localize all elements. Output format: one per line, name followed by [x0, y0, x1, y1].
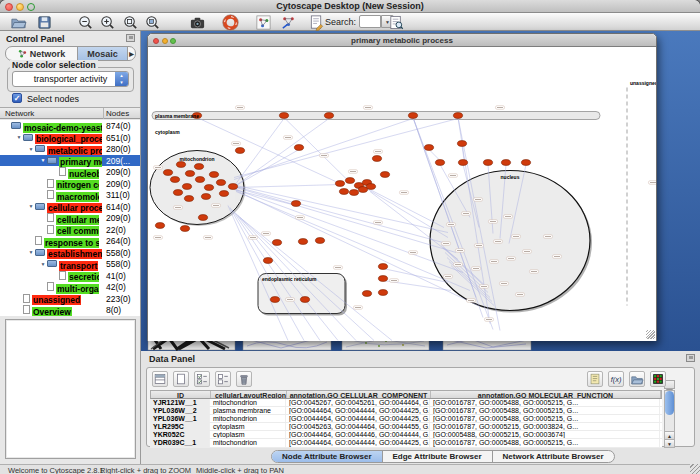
- table-row[interactable]: YDR039C__1mitochondrion[GO:0044464, GO:0…: [150, 439, 662, 447]
- network-canvas[interactable]: plasma membranecytoplasmmitochondrionnuc…: [148, 47, 656, 341]
- table-cell: [GO:0016787, GO:0005488, GO:0005215, G..…: [430, 415, 660, 422]
- network-window-title: primary metabolic process: [148, 36, 656, 45]
- table-cell: YLR295C: [150, 423, 210, 430]
- select-nodes-label: Select nodes: [27, 94, 79, 104]
- folder-icon: [23, 134, 33, 141]
- table-scrollbar[interactable]: ▲ ▼: [664, 390, 675, 448]
- tab-network-attribute-browser[interactable]: Network Attribute Browser: [493, 451, 614, 462]
- network-link-icon[interactable]: [280, 14, 297, 31]
- annotation-icon[interactable]: [308, 14, 325, 31]
- region-label: endoplasmic reticulum: [262, 276, 317, 282]
- select-nodes-checkbox[interactable]: ✓: [12, 93, 22, 103]
- formula-icon[interactable]: f(x): [608, 371, 624, 387]
- folder-icon: [35, 145, 45, 152]
- table-row[interactable]: YJR121W__1mitochondrion[GO:0045267, GO:0…: [150, 399, 662, 407]
- table-row[interactable]: YLR295Ccytoplasm[GO:0045263, GO:0044464,…: [150, 423, 662, 431]
- zoom-in-icon[interactable]: [99, 14, 116, 31]
- status-welcome: Welcome to Cytoscape 2.8.1: [8, 466, 104, 474]
- table-row[interactable]: YPL036W__1mitochondrion[GO:0044464, GO:0…: [150, 415, 662, 423]
- unselect-attributes-icon[interactable]: [215, 371, 231, 387]
- tree-row-node-count: 311(0): [106, 190, 130, 200]
- disclosure-triangle-icon[interactable]: ▼: [27, 249, 35, 255]
- tree-row-node-count: 41(0): [106, 271, 126, 281]
- scrollbar-thumb[interactable]: [665, 391, 674, 415]
- float-panel-icon[interactable]: [126, 34, 135, 42]
- file-icon: [47, 179, 54, 188]
- tab-node-attribute-browser[interactable]: Node Attribute Browser: [272, 451, 383, 462]
- disclosure-triangle-icon[interactable]: ▼: [27, 203, 35, 209]
- table-cell: YJR121W__1: [150, 399, 210, 406]
- save-icon[interactable]: [36, 14, 53, 31]
- folder-icon: [35, 249, 45, 256]
- select-attributes-icon[interactable]: [194, 371, 210, 387]
- disclosure-triangle-icon[interactable]: ▼: [39, 261, 47, 267]
- color-attribute-dropdown[interactable]: transporter activity ▴▾: [12, 71, 129, 87]
- network-view-window[interactable]: primary metabolic process plasma membran…: [147, 33, 657, 341]
- tree-row-node-count: 651(0): [106, 133, 131, 143]
- region-label: cytoplasm: [155, 129, 180, 135]
- window-resize-grip[interactable]: [646, 330, 655, 339]
- birds-eye-view[interactable]: [5, 319, 136, 459]
- folder-icon: [47, 260, 57, 267]
- table-cell: [GO:0005488, GO:0005215, GO:0003674]: [430, 431, 660, 438]
- zoom-region-icon[interactable]: [144, 14, 161, 31]
- file-icon: [35, 236, 42, 245]
- heatmap-icon[interactable]: [650, 371, 666, 387]
- table-cell: cytoplasm: [210, 431, 286, 438]
- column-header[interactable]: annotation.GO CELLULAR_COMPONENT: [287, 391, 431, 398]
- search-input[interactable]: [359, 15, 381, 28]
- import-attributes-icon[interactable]: [629, 371, 645, 387]
- table-cell: [GO:0016787, GO:0005215, GO:0003824, G..…: [430, 423, 660, 430]
- column-header[interactable]: _cellularLayoutRegion: [211, 391, 287, 398]
- tab-mosaic[interactable]: Mosaic: [78, 47, 128, 60]
- camera-icon[interactable]: [189, 14, 206, 31]
- open-folder-icon[interactable]: [10, 14, 27, 31]
- scroll-down-icon[interactable]: ▼: [665, 439, 674, 447]
- table-cell: [GO:0044464, GO:0044444, GO:0044425, G..…: [286, 415, 430, 422]
- disclosure-triangle-icon[interactable]: ▼: [15, 134, 23, 140]
- help-ring-icon[interactable]: [222, 14, 239, 31]
- network-overview-icon[interactable]: [255, 14, 272, 31]
- column-header[interactable]: annotation.GO MOLECULAR_FUNCTION: [431, 391, 661, 398]
- app-resize-grip[interactable]: [690, 464, 700, 474]
- app-title: Cytoscape Desktop (New Session): [0, 1, 700, 11]
- tree-row-label: Overview: [32, 307, 72, 316]
- table-cell: [GO:0044464, GO:0044446, GO:0044444, G..…: [286, 431, 430, 438]
- table-cell: [GO:0016787, GO:0005488, GO:0005215, G..…: [430, 407, 660, 414]
- attribute-batch-icon[interactable]: [587, 371, 603, 387]
- zoom-out-icon[interactable]: [77, 14, 94, 31]
- float-data-panel-icon[interactable]: [686, 354, 695, 362]
- attribute-grid-icon[interactable]: [152, 371, 168, 387]
- attribute-table[interactable]: ID_cellularLayoutRegionannotation.GO CEL…: [150, 390, 662, 448]
- tree-row[interactable]: Overview8(0): [0, 304, 140, 316]
- tree-col-nodes: Nodes: [106, 109, 129, 118]
- table-cell: YKR052C: [150, 431, 210, 438]
- tab-edge-attribute-browser[interactable]: Edge Attribute Browser: [383, 451, 493, 462]
- table-cell: [GO:0044464, GO:0044444, GO:0044425, G..…: [286, 407, 430, 414]
- table-cell: [GO:0016787, GO:0005488, GO:0005215, G..…: [430, 439, 660, 446]
- tree-row-node-count: 223(0): [106, 294, 131, 304]
- network-window-titlebar[interactable]: primary metabolic process: [148, 34, 656, 47]
- tree-row-node-count: 8(0): [106, 305, 121, 315]
- tree-row-node-count: 209(0): [106, 213, 131, 223]
- table-header[interactable]: ID_cellularLayoutRegionannotation.GO CEL…: [150, 390, 662, 399]
- tab-network[interactable]: Network: [6, 47, 78, 60]
- disclosure-triangle-icon[interactable]: ▼: [27, 146, 35, 152]
- tab-overflow-arrow-icon[interactable]: ▶: [128, 47, 135, 60]
- folder-icon: [35, 203, 45, 210]
- region-label: mitochondrion: [180, 156, 215, 162]
- new-attribute-icon[interactable]: [173, 371, 189, 387]
- disclosure-triangle-icon[interactable]: ▼: [39, 157, 47, 163]
- delete-attribute-icon[interactable]: [236, 371, 252, 387]
- table-cell: [GO:0045263, GO:0044464, GO:0044455, G..…: [286, 423, 430, 430]
- scroll-up-icon[interactable]: ▲: [665, 431, 674, 439]
- table-row[interactable]: YPL036W__2plasma membrane[GO:0044464, GO…: [150, 407, 662, 415]
- column-header[interactable]: ID: [151, 391, 211, 398]
- network-tree: mosaic-demo-yeast874(0)▼biological_proce…: [0, 120, 140, 316]
- table-row[interactable]: YKR052Ccytoplasm[GO:0044464, GO:0044446,…: [150, 431, 662, 439]
- search-config-icon[interactable]: [388, 14, 405, 31]
- app-titlebar[interactable]: Cytoscape Desktop (New Session): [0, 0, 700, 13]
- app-window: Cytoscape Desktop (New Session) Search: …: [0, 0, 700, 474]
- table-cell: plasma membrane: [210, 407, 286, 414]
- zoom-fit-icon[interactable]: [122, 14, 139, 31]
